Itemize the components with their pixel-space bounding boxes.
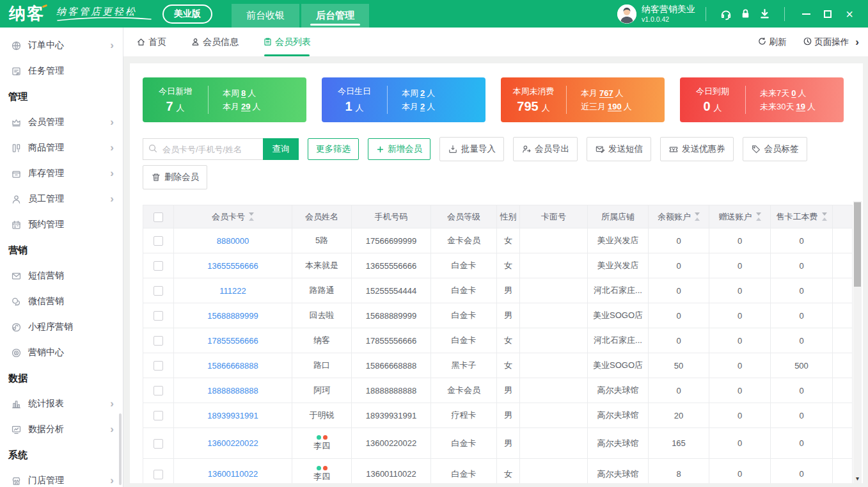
delete-member-button[interactable]: 删除会员	[143, 165, 207, 189]
cell-name: 路口	[292, 353, 352, 378]
lock-icon[interactable]	[736, 8, 755, 20]
member-card-link[interactable]: 18888888888	[207, 386, 258, 395]
filler-cell	[833, 378, 853, 403]
filler-cell	[833, 228, 853, 253]
user-block[interactable]: 纳客营销美业 v1.0.0.42	[642, 4, 695, 24]
sidebar-item-order-center[interactable]: 订单中心›	[0, 33, 123, 58]
customer-service-icon[interactable]	[716, 8, 736, 20]
column-header-label: 余额账户	[658, 212, 691, 221]
sidebar-item-label: 订单中心	[28, 40, 64, 51]
stat-card-green: 今日新增7人本周8人本月29人	[143, 77, 306, 122]
chevron-right-icon: ›	[110, 116, 114, 129]
column-header-card_no: 会员卡号	[174, 205, 292, 228]
sort-icon[interactable]	[695, 212, 700, 221]
cell-gift: 0	[709, 303, 771, 328]
sidebar-scrollbar[interactable]	[119, 413, 122, 485]
chevron-right-icon[interactable]: ›	[855, 36, 859, 49]
sidebar-item-booking-manage[interactable]: 预约管理	[0, 212, 123, 237]
member-card-link[interactable]: 13655556666	[207, 261, 258, 271]
tab-member-info[interactable]: 会员信息	[191, 28, 239, 56]
member-card-link[interactable]: 13600220022	[207, 438, 258, 448]
refresh-button[interactable]: 刷新	[757, 36, 786, 48]
sidebar-item-store-manage[interactable]: 门店管理›	[0, 468, 123, 487]
filler-cell	[833, 303, 853, 328]
sidebar-item-marketing-center[interactable]: 营销中心	[0, 340, 123, 365]
member-name: 李四	[292, 440, 351, 452]
cell-card-fee: 500	[771, 353, 833, 378]
filler-cell	[833, 278, 853, 303]
tab-label: 首页	[148, 36, 166, 48]
more-filter-button[interactable]: 更多筛选	[308, 138, 359, 160]
close-button[interactable]: ×	[839, 0, 860, 28]
member-card-link[interactable]: 15866668888	[207, 361, 258, 371]
user-name: 纳客营销美业	[642, 4, 695, 15]
slogan-swoosh	[56, 17, 152, 22]
member-card-link[interactable]: 8880000	[217, 236, 249, 246]
sidebar-item-stats-report[interactable]: 统计报表›	[0, 391, 123, 417]
row-checkbox[interactable]	[154, 286, 163, 296]
member-card-link[interactable]: 111222	[219, 286, 246, 296]
page-ops-button[interactable]: 页面操作	[803, 36, 849, 48]
add-member-button[interactable]: 新增会员	[368, 138, 430, 160]
sidebar-item-label: 门店管理	[28, 475, 64, 486]
filler-cell	[833, 403, 853, 428]
row-checkbox[interactable]	[154, 386, 163, 395]
row-checkbox[interactable]	[154, 439, 163, 449]
select-all-checkbox[interactable]	[154, 212, 163, 222]
download-icon[interactable]	[755, 8, 774, 20]
member-tag-button[interactable]: 会员标签	[743, 137, 807, 161]
row-checkbox[interactable]	[154, 311, 163, 321]
send-coupon-button[interactable]: 发送优惠券	[660, 137, 734, 161]
sidebar-item-sms-marketing[interactable]: 短信营销	[0, 263, 123, 289]
sidebar-item-miniapp-marketing[interactable]: 小程序营销	[0, 314, 123, 340]
member-card-link[interactable]: 13600110022	[208, 469, 258, 479]
tab-home[interactable]: 首页	[136, 28, 166, 56]
sidebar-item-data-analysis[interactable]: 数据分析›	[0, 417, 123, 442]
row-checkbox[interactable]	[154, 470, 163, 479]
sidebar-item-stock-manage[interactable]: 库存管理›	[0, 161, 123, 186]
sort-icon[interactable]	[822, 212, 827, 221]
top-nav-cashier-frontend[interactable]: 前台收银	[232, 4, 299, 28]
filler-cell	[833, 253, 853, 278]
crown-icon	[11, 117, 22, 128]
sort-icon[interactable]	[249, 212, 254, 221]
row-checkbox[interactable]	[154, 236, 163, 246]
export-member-button[interactable]: 会员导出	[513, 137, 578, 161]
query-button[interactable]: 查询	[263, 138, 299, 160]
stat-main-label: 今日生日	[322, 86, 387, 97]
refresh-label: 刷新	[769, 36, 786, 48]
cell-gender: 男	[497, 403, 520, 428]
sidebar-item-wechat-marketing[interactable]: 微信营销	[0, 289, 123, 314]
maximize-button[interactable]	[817, 0, 839, 28]
member-card-link[interactable]: 17855556666	[207, 336, 258, 346]
sidebar-item-task-manage[interactable]: 任务管理	[0, 58, 123, 84]
table-row: 15866668888路口15866668888黑卡子女美业SOGO店50050…	[143, 353, 853, 378]
sidebar-item-staff-manage[interactable]: 员工管理›	[0, 186, 123, 212]
row-checkbox[interactable]	[154, 261, 163, 271]
top-nav-backoffice-manage[interactable]: 后台管理	[301, 4, 369, 28]
green-dot	[317, 435, 321, 440]
member-card-link[interactable]: 15688889999	[207, 311, 258, 321]
sidebar-item-goods-manage[interactable]: 商品管理›	[0, 135, 123, 161]
search-input[interactable]	[143, 138, 263, 160]
sort-icon[interactable]	[756, 212, 761, 221]
sidebar-item-member-manage[interactable]: 会员管理›	[0, 109, 123, 135]
row-checkbox[interactable]	[154, 411, 163, 420]
member-card-link[interactable]: 18939931991	[207, 411, 258, 420]
tab-member-list[interactable]: 会员列表	[263, 28, 311, 56]
batch-import-button[interactable]: 批量导入	[439, 137, 504, 161]
edition-badge[interactable]: 美业版	[162, 4, 212, 24]
send-sms-button[interactable]: 发送短信	[587, 137, 651, 161]
cell-card-no: 13600220022	[174, 428, 292, 459]
cell-gift: 0	[709, 428, 771, 459]
status-dots	[292, 435, 351, 440]
minimize-button[interactable]	[795, 0, 817, 28]
avatar[interactable]	[617, 4, 636, 24]
scrollbar-thumb[interactable]	[854, 202, 861, 287]
row-checkbox[interactable]	[154, 361, 163, 371]
table-scrollbar[interactable]: ▾	[853, 201, 862, 483]
list-icon	[263, 37, 272, 47]
cell-balance: 0	[649, 378, 709, 403]
scrollbar-down-arrow[interactable]: ▾	[853, 475, 862, 482]
row-checkbox[interactable]	[154, 336, 163, 346]
